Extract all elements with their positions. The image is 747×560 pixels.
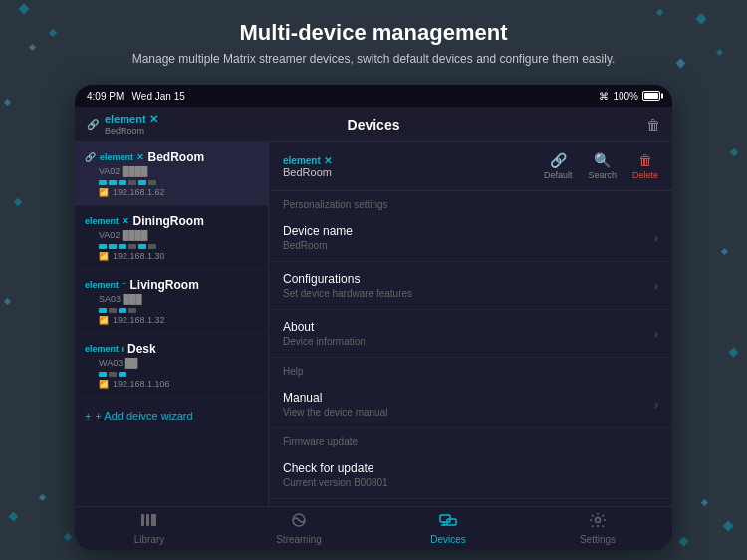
app-header: 🔗 element ✕ BedRoom Devices 🗑 xyxy=(75,107,672,142)
search-label: Search xyxy=(588,170,617,180)
device-logo-bedroom: element ✕ xyxy=(100,152,144,162)
header-subtitle: BedRoom xyxy=(105,126,158,136)
nav-streaming[interactable]: Streaming xyxy=(224,507,374,550)
date-display: Wed Jan 15 xyxy=(132,91,185,102)
svg-rect-0 xyxy=(141,514,144,526)
header-left: 🔗 element ✕ BedRoom xyxy=(87,113,158,136)
chevron-icon-manual: › xyxy=(654,398,658,412)
header-logo: element ✕ xyxy=(105,113,158,126)
device-model-livingroom: SA03 ███ xyxy=(99,294,258,304)
section-label-help: Help xyxy=(269,358,672,381)
device-item-diningroom[interactable]: element ✕ DiningRoom VA02 ████ 📶 192.168… xyxy=(75,206,268,270)
nav-settings[interactable]: Settings xyxy=(523,507,672,550)
manual-title: Manual xyxy=(283,391,387,405)
default-icon: 🔗 xyxy=(550,152,567,168)
status-bar: 4:09 PM Wed Jan 15 ⌘ 100% xyxy=(75,85,672,107)
settings-row-manual[interactable]: Manual View the device manual › xyxy=(269,381,672,428)
device-visual-desk xyxy=(99,372,258,377)
add-icon: + xyxy=(85,410,91,421)
configurations-subtitle: Set device hardware features xyxy=(283,288,412,299)
check-update-title: Check for update xyxy=(283,461,388,475)
device-name-bedroom: BedRoom xyxy=(148,150,205,164)
device-visual-bedroom xyxy=(99,180,258,185)
nav-devices-label: Devices xyxy=(430,534,466,545)
wifi-icon-diningroom: 📶 xyxy=(99,252,109,261)
battery-icon xyxy=(642,91,660,101)
promo-subtitle: Manage multiple Matrix streamer devices,… xyxy=(132,52,616,66)
device-ip-row-diningroom: 📶 192.168.1.30 xyxy=(99,251,258,261)
default-label: Default xyxy=(544,170,573,180)
device-logo-desk: element ı xyxy=(85,344,124,354)
nav-library[interactable]: Library xyxy=(75,507,224,550)
settings-row-about[interactable]: About Device information › xyxy=(269,310,672,358)
settings-row-check-update[interactable]: Check for update Current version B00801 xyxy=(269,451,672,499)
check-update-subtitle: Current version B00801 xyxy=(283,477,388,488)
selected-device-logo: element ✕ xyxy=(283,155,332,166)
device-frame: 4:09 PM Wed Jan 15 ⌘ 100% 🔗 element ✕ Be… xyxy=(75,85,672,550)
settings-row-release-notes[interactable]: Release notes Update logs › xyxy=(269,499,672,506)
about-subtitle: Device information xyxy=(283,336,366,347)
device-list: 🔗 element ✕ BedRoom VA02 ████ 📶 xyxy=(75,142,269,506)
settings-row-device-name[interactable]: Device name BedRoom › xyxy=(269,214,672,262)
wifi-icon-bedroom: 📶 xyxy=(99,188,109,197)
add-device-label: + Add deivce wizard xyxy=(95,410,192,421)
device-item-desk[interactable]: element ı Desk WA03 ██ 📶 192.168.1.106 xyxy=(75,334,268,398)
section-label-firmware: Firmware update xyxy=(269,428,672,451)
link-icon: 🔗 xyxy=(87,119,99,130)
device-ip-row-desk: 📶 192.168.1.106 xyxy=(99,379,258,389)
wifi-icon-desk: 📶 xyxy=(99,380,109,389)
bottom-nav: Library Streaming Devices xyxy=(75,506,672,550)
device-item-bedroom[interactable]: 🔗 element ✕ BedRoom VA02 ████ 📶 xyxy=(75,142,268,206)
svg-rect-2 xyxy=(151,514,156,526)
settings-header-actions: 🔗 Default 🔍 Search 🗑 Delete xyxy=(544,152,658,180)
trash-button[interactable]: 🗑 xyxy=(646,117,660,133)
settings-row-configurations[interactable]: Configurations Set device hardware featu… xyxy=(269,262,672,310)
streaming-icon xyxy=(290,512,308,532)
library-icon xyxy=(140,512,158,532)
device-settings-panel: element ✕ BedRoom 🔗 Default 🔍 Search 🗑 D… xyxy=(269,142,672,506)
link-icon-bedroom: 🔗 xyxy=(85,152,96,162)
device-ip-bedroom: 192.168.1.62 xyxy=(113,187,165,197)
svg-point-8 xyxy=(596,518,601,523)
chevron-icon-configurations: › xyxy=(654,279,658,293)
section-label-personalization: Personalization settings xyxy=(269,191,672,214)
device-logo-diningroom: element ✕ xyxy=(85,216,129,226)
add-device-button[interactable]: + + Add deivce wizard xyxy=(75,398,268,433)
header-title: Devices xyxy=(348,117,400,133)
settings-icon xyxy=(589,512,607,532)
status-right: ⌘ 100% xyxy=(599,91,660,102)
main-content: 🔗 element ✕ BedRoom VA02 ████ 📶 xyxy=(75,142,672,506)
device-model-desk: WA03 ██ xyxy=(99,358,258,368)
nav-devices[interactable]: Devices xyxy=(374,507,523,550)
svg-rect-1 xyxy=(146,514,149,526)
delete-action-button[interactable]: 🗑 Delete xyxy=(632,152,658,180)
promo-title: Multi-device management xyxy=(240,20,508,46)
device-ip-row-livingroom: 📶 192.168.1.32 xyxy=(99,315,258,325)
device-model-diningroom: VA02 ████ xyxy=(99,230,258,240)
selected-device-name: BedRoom xyxy=(283,166,332,178)
nav-streaming-label: Streaming xyxy=(276,534,322,545)
device-visual-diningroom xyxy=(99,244,258,249)
device-visual-livingroom xyxy=(99,308,258,313)
default-action-button[interactable]: 🔗 Default xyxy=(544,152,573,180)
battery-percent: 100% xyxy=(613,91,638,102)
settings-header-left: element ✕ BedRoom xyxy=(283,155,332,178)
search-action-button[interactable]: 🔍 Search xyxy=(588,152,617,180)
status-time: 4:09 PM Wed Jan 15 xyxy=(87,91,185,102)
device-name-title: Device name xyxy=(283,224,353,238)
device-name-subtitle: BedRoom xyxy=(283,240,353,251)
device-ip-desk: 192.168.1.106 xyxy=(113,379,170,389)
chevron-icon-about: › xyxy=(654,327,658,341)
device-item-livingroom[interactable]: element ⁻ LivingRoom SA03 ███ 📶 192.168.… xyxy=(75,270,268,334)
wifi-status: ⌘ xyxy=(599,91,609,102)
about-title: About xyxy=(283,320,366,334)
chevron-icon-device-name: › xyxy=(654,231,658,245)
time-display: 4:09 PM xyxy=(87,91,124,102)
nav-settings-label: Settings xyxy=(580,534,616,545)
search-icon: 🔍 xyxy=(594,152,611,168)
device-ip-row-bedroom: 📶 192.168.1.62 xyxy=(99,187,258,197)
device-model-bedroom: VA02 ████ xyxy=(99,166,258,176)
device-name-desk: Desk xyxy=(127,342,156,356)
nav-library-label: Library xyxy=(134,534,165,545)
wifi-icon-livingroom: 📶 xyxy=(99,316,109,325)
